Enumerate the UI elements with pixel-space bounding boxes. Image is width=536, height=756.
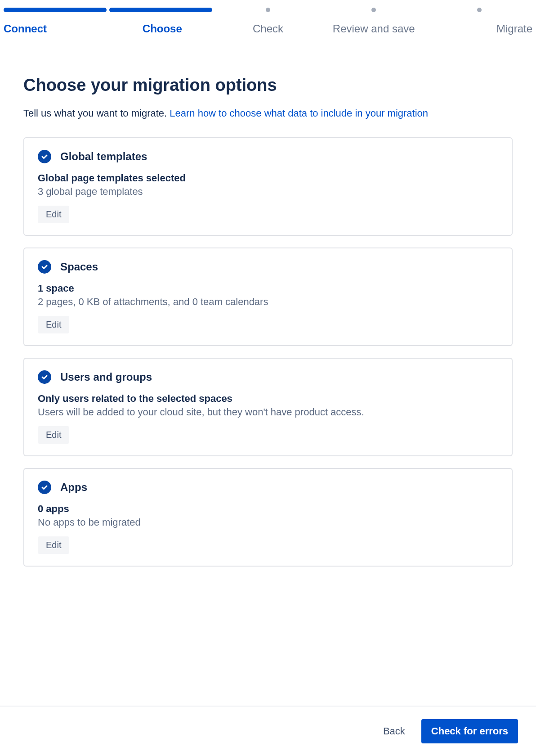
card-summary-sub: Users will be added to your cloud site, … — [38, 406, 498, 418]
check-circle-icon — [38, 370, 51, 384]
check-circle-icon — [38, 150, 51, 163]
step-choose[interactable]: Choose — [109, 0, 215, 35]
step-indicator-dot — [477, 8, 482, 12]
main-content: Choose your migration options Tell us wh… — [0, 35, 536, 567]
card-summary-strong: 1 space — [38, 283, 498, 294]
step-check[interactable]: Check — [215, 0, 321, 35]
step-label: Choose — [143, 22, 182, 35]
step-label: Connect — [4, 22, 47, 35]
card-header: Global templates — [38, 150, 498, 163]
card-header: Spaces — [38, 260, 498, 274]
step-label: Review and save — [333, 22, 415, 35]
check-circle-icon — [38, 260, 51, 274]
edit-button[interactable]: Edit — [38, 316, 69, 333]
check-for-errors-button[interactable]: Check for errors — [421, 719, 518, 743]
intro-text: Tell us what you want to migrate. Learn … — [23, 108, 513, 119]
card-title: Global templates — [60, 150, 147, 163]
card-spaces: Spaces 1 space 2 pages, 0 KB of attachme… — [23, 248, 513, 346]
card-summary-sub: No apps to be migrated — [38, 517, 498, 528]
card-summary-strong: Only users related to the selected space… — [38, 393, 498, 405]
edit-button[interactable]: Edit — [38, 536, 69, 554]
edit-button[interactable]: Edit — [38, 206, 69, 223]
card-title: Apps — [60, 481, 87, 494]
step-indicator-bar — [109, 8, 212, 12]
intro-static: Tell us what you want to migrate. — [23, 108, 170, 119]
stepper: Connect Choose Check Review and save Mig… — [0, 0, 536, 35]
step-migrate[interactable]: Migrate — [427, 0, 532, 35]
edit-button[interactable]: Edit — [38, 426, 69, 444]
card-header: Apps — [38, 481, 498, 494]
card-title: Users and groups — [60, 371, 152, 383]
card-summary-strong: Global page templates selected — [38, 172, 498, 184]
card-users-and-groups: Users and groups Only users related to t… — [23, 358, 513, 456]
intro-learn-link[interactable]: Learn how to choose what data to include… — [170, 108, 428, 119]
card-summary-strong: 0 apps — [38, 503, 498, 515]
back-button[interactable]: Back — [375, 719, 413, 743]
page-title: Choose your migration options — [23, 76, 513, 95]
card-summary-sub: 3 global page templates — [38, 186, 498, 198]
card-header: Users and groups — [38, 370, 498, 384]
card-summary-sub: 2 pages, 0 KB of attachments, and 0 team… — [38, 296, 498, 308]
step-indicator-dot — [266, 8, 270, 12]
step-label: Migrate — [496, 22, 532, 35]
card-title: Spaces — [60, 261, 98, 273]
card-apps: Apps 0 apps No apps to be migrated Edit — [23, 468, 513, 567]
check-circle-icon — [38, 481, 51, 494]
card-global-templates: Global templates Global page templates s… — [23, 137, 513, 236]
step-review-and-save[interactable]: Review and save — [321, 0, 427, 35]
footer-bar: Back Check for errors — [0, 706, 536, 756]
step-label: Check — [253, 22, 283, 35]
step-indicator-dot — [371, 8, 376, 12]
step-connect[interactable]: Connect — [4, 0, 109, 35]
step-indicator-bar — [4, 8, 107, 12]
